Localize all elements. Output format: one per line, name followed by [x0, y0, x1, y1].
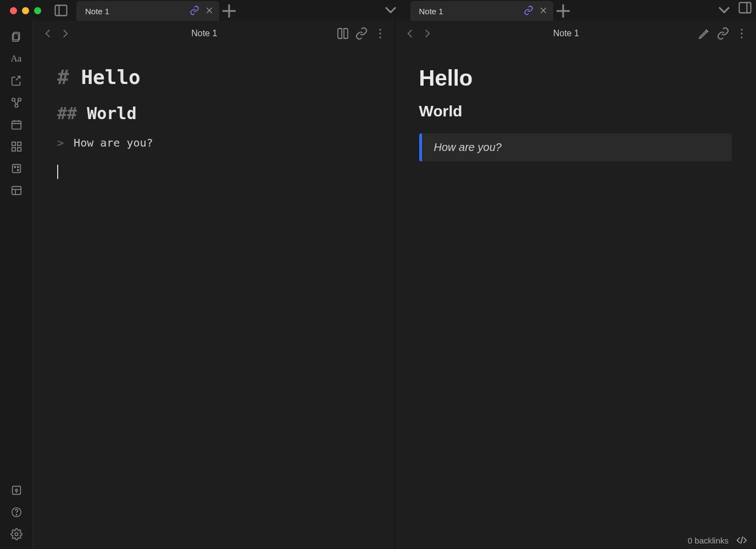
close-window-button[interactable]	[10, 7, 17, 14]
svg-point-38	[16, 514, 16, 515]
pane-title-left[interactable]: Note 1	[77, 29, 332, 38]
h1-marker: #	[57, 66, 69, 88]
dice-icon[interactable]	[10, 163, 23, 175]
tab-dropdown-right[interactable]	[714, 0, 734, 20]
maximize-window-button[interactable]	[34, 7, 41, 14]
svg-point-28	[14, 166, 15, 167]
pane-title-right[interactable]: Note 1	[439, 29, 694, 38]
titlebar: Note 1 Note 1	[0, 0, 756, 21]
nav-forward-button[interactable]	[420, 26, 435, 41]
editor-line-h1: # Hello	[57, 66, 370, 88]
more-options-icon[interactable]	[374, 27, 387, 40]
main-area: Aa	[0, 21, 756, 549]
tab-group-right: Note 1	[410, 0, 573, 21]
backlinks-count[interactable]: 0 backlinks	[688, 536, 729, 545]
tab-group-left: Note 1	[76, 0, 239, 21]
tab-note-right[interactable]: Note 1	[410, 1, 553, 21]
svg-rect-24	[17, 142, 20, 145]
link-icon[interactable]	[190, 5, 199, 17]
pane-left-source: Note 1 # Hello ## World	[33, 21, 394, 549]
svg-point-45	[741, 36, 742, 38]
pane-header-right: Note 1	[395, 21, 757, 46]
svg-point-41	[379, 32, 381, 34]
h1-text: Hello	[81, 66, 140, 88]
svg-rect-26	[17, 148, 20, 151]
tab-title: Note 1	[419, 7, 443, 16]
split-panes: Note 1 # Hello ## World	[33, 21, 756, 549]
svg-line-46	[741, 536, 742, 544]
pane-right-preview: Note 1 Hello World How are you?	[394, 21, 757, 549]
svg-point-29	[17, 170, 18, 171]
close-tab-icon[interactable]	[539, 6, 548, 16]
quote-marker: >	[57, 136, 64, 149]
editor-line-quote: > How are you?	[57, 136, 370, 149]
svg-point-39	[15, 533, 18, 536]
svg-rect-25	[12, 148, 15, 151]
markdown-preview[interactable]: Hello World How are you?	[395, 46, 757, 549]
window-controls	[10, 7, 41, 14]
svg-line-17	[14, 100, 16, 104]
left-sidebar-toggle-icon[interactable]	[53, 3, 69, 18]
quote-text: How are you?	[74, 136, 153, 149]
graph-icon[interactable]	[10, 97, 23, 109]
svg-point-16	[15, 104, 18, 108]
editor-cursor-line	[57, 165, 370, 179]
svg-rect-23	[12, 142, 15, 145]
svg-rect-27	[12, 165, 20, 173]
svg-point-30	[17, 166, 18, 167]
link-icon[interactable]	[355, 27, 368, 40]
text-cursor	[57, 165, 58, 179]
tab-dropdown-left[interactable]	[381, 0, 401, 20]
new-tab-button-right[interactable]	[553, 1, 573, 21]
svg-point-43	[741, 29, 742, 30]
help-icon[interactable]	[10, 506, 23, 518]
svg-point-44	[741, 32, 742, 34]
svg-rect-34	[12, 486, 20, 495]
files-icon[interactable]	[10, 31, 23, 43]
svg-rect-31	[12, 187, 21, 195]
svg-rect-10	[740, 3, 751, 13]
edit-mode-icon[interactable]	[698, 27, 711, 40]
templates-icon[interactable]	[10, 141, 23, 153]
vault-icon[interactable]	[10, 484, 23, 496]
h2-marker: ##	[57, 104, 77, 123]
open-file-icon[interactable]	[10, 75, 23, 87]
reading-mode-icon[interactable]	[336, 27, 349, 40]
tab-bar: Note 1 Note 1	[76, 0, 756, 21]
tab-title: Note 1	[85, 7, 109, 16]
preview-blockquote: How are you?	[419, 133, 732, 161]
svg-rect-0	[55, 5, 67, 16]
h2-text: World	[87, 104, 136, 123]
left-ribbon: Aa	[0, 21, 33, 549]
svg-point-42	[379, 36, 381, 38]
pane-header-left: Note 1	[33, 21, 394, 46]
close-tab-icon[interactable]	[205, 6, 214, 16]
font-icon[interactable]: Aa	[10, 53, 23, 65]
layout-icon[interactable]	[10, 184, 23, 197]
new-tab-button-left[interactable]	[219, 1, 239, 21]
nav-back-button[interactable]	[41, 26, 55, 41]
right-sidebar-toggle-icon[interactable]	[737, 0, 753, 15]
tab-note-left[interactable]: Note 1	[76, 1, 219, 21]
status-bar: 0 backlinks	[679, 531, 756, 549]
markdown-editor[interactable]: # Hello ## World > How are you?	[33, 46, 394, 549]
preview-h1: Hello	[419, 66, 732, 91]
preview-h2: World	[419, 103, 732, 120]
link-icon[interactable]	[716, 27, 730, 40]
link-icon[interactable]	[524, 5, 533, 17]
editor-line-h2: ## World	[57, 104, 370, 123]
nav-forward-button[interactable]	[58, 26, 73, 41]
nav-back-button[interactable]	[403, 26, 417, 41]
svg-point-40	[379, 29, 381, 30]
svg-line-18	[16, 100, 18, 104]
more-options-icon[interactable]	[735, 27, 748, 40]
calendar-icon[interactable]	[10, 119, 23, 131]
svg-rect-19	[12, 121, 21, 130]
settings-icon[interactable]	[10, 528, 23, 540]
minimize-window-button[interactable]	[22, 7, 29, 14]
svg-point-35	[15, 489, 18, 491]
source-mode-icon[interactable]	[736, 535, 747, 546]
